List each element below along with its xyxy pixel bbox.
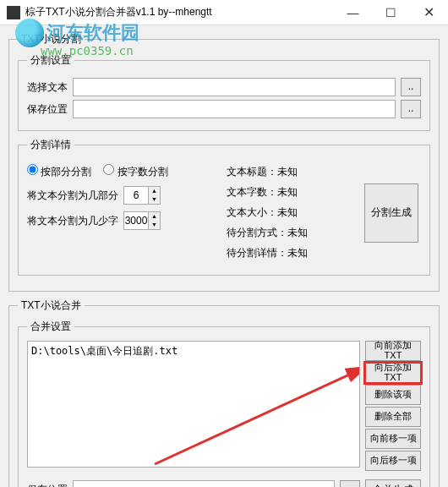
app-icon (7, 6, 20, 19)
split-detail-label: 分割详情 (27, 138, 74, 152)
merge-save-path-label: 保存位置 (27, 483, 68, 488)
spinner-down-icon[interactable]: ▼ (149, 195, 160, 204)
info-method-value: 未知 (287, 227, 308, 238)
parts-spinner[interactable]: 6 ▲▼ (123, 186, 161, 205)
maximize-button[interactable]: ☐ (372, 0, 410, 25)
info-chars-label: 文本字数： (227, 186, 277, 198)
split-save-path-input[interactable] (73, 100, 396, 118)
spinner-down-icon[interactable]: ▼ (149, 221, 160, 229)
merge-settings-label: 合并设置 (27, 320, 74, 334)
radio-by-part[interactable]: 按部分分割 (27, 164, 91, 179)
info-title-value: 未知 (277, 166, 298, 178)
delete-all-button[interactable]: 删除全部 (365, 407, 421, 427)
select-text-label: 选择文本 (27, 80, 68, 95)
window-title: 棕子TXT小说分割合并器v1.1 by--mhengtt (25, 5, 334, 19)
merge-listbox[interactable]: D:\tools\桌面\今日追剧.txt (27, 341, 360, 468)
merge-save-path-input[interactable] (73, 480, 335, 487)
merge-group-label: TXT小说合并 (18, 298, 85, 313)
svg-line-0 (155, 367, 360, 464)
add-front-button[interactable]: 向前添加TXT (365, 341, 421, 361)
parts-label: 将文本分割为几部分 (27, 189, 118, 203)
split-group-label: TXT小说分割 (18, 32, 85, 47)
move-back-button[interactable]: 向后移一项 (365, 451, 421, 471)
move-front-button[interactable]: 向前移一项 (365, 429, 421, 449)
split-settings-group: 分割设置 选择文本 .. 保存位置 .. (18, 53, 430, 131)
merge-generate-button[interactable]: 合并生成 (365, 479, 421, 487)
info-title-label: 文本标题： (227, 166, 277, 178)
select-text-input[interactable] (73, 78, 396, 96)
select-text-browse-button[interactable]: .. (401, 78, 421, 96)
split-save-browse-button[interactable]: .. (401, 100, 421, 118)
list-item[interactable]: D:\tools\桌面\今日追剧.txt (31, 343, 356, 359)
info-size-label: 文本大小： (227, 206, 277, 218)
info-detail-value: 未知 (287, 247, 308, 259)
delete-item-button[interactable]: 删除该项 (365, 385, 421, 405)
minimize-button[interactable]: — (334, 0, 372, 25)
split-settings-label: 分割设置 (27, 53, 74, 68)
add-back-button[interactable]: 向后添加TXT (365, 363, 421, 383)
chars-spinner[interactable]: 3000 ▲▼ (123, 211, 161, 230)
merge-save-browse-button[interactable]: .. (340, 480, 360, 487)
split-group: TXT小说分割 分割设置 选择文本 .. 保存位置 .. 分割详情 按部分分割 (8, 32, 440, 292)
merge-settings-group: 合并设置 D:\tools\桌面\今日追剧.txt 向前添加TXT 向后添加TX… (18, 320, 430, 487)
split-save-path-label: 保存位置 (27, 102, 68, 117)
split-detail-group: 分割详情 按部分分割 按字数分割 将文本分割为几部分 6 ▲▼ (18, 138, 430, 276)
split-generate-button[interactable]: 分割生成 (364, 183, 418, 243)
radio-by-chars[interactable]: 按字数分割 (103, 164, 167, 179)
info-size-value: 未知 (277, 206, 298, 218)
info-detail-label: 待分割详情： (227, 247, 287, 259)
spinner-up-icon[interactable]: ▲ (149, 187, 160, 195)
window-controls: — ☐ ✕ (334, 0, 448, 25)
info-chars-value: 未知 (277, 186, 298, 198)
title-bar: 棕子TXT小说分割合并器v1.1 by--mhengtt — ☐ ✕ (0, 0, 448, 25)
annotation-arrow-icon (146, 358, 360, 468)
info-method-label: 待分割方式： (227, 227, 287, 238)
close-button[interactable]: ✕ (410, 0, 448, 25)
spinner-up-icon[interactable]: ▲ (149, 212, 160, 221)
chars-label: 将文本分割为几少字 (27, 214, 118, 228)
merge-group: TXT小说合并 合并设置 D:\tools\桌面\今日追剧.txt 向前添加TX… (8, 298, 440, 487)
